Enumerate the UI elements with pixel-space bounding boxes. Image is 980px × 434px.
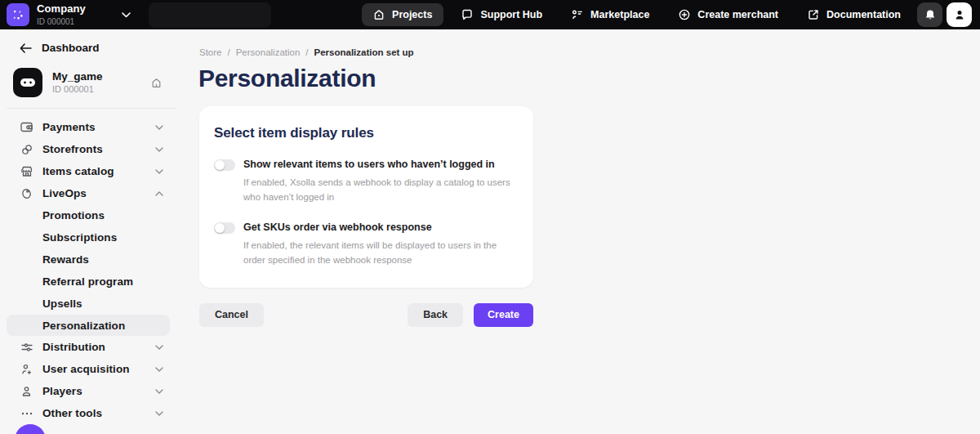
sidebar-item-label: Other tools xyxy=(42,407,102,419)
sidebar-item-personalization[interactable]: Personalization xyxy=(7,315,170,336)
topbar-placeholder-panel xyxy=(149,2,271,28)
topbar-nav: Projects Support Hub Marketplace Create … xyxy=(355,2,980,27)
storefront-icon xyxy=(20,166,33,177)
card-heading: Select item display rules xyxy=(214,125,514,141)
external-link-icon xyxy=(808,9,819,20)
chevron-down-icon xyxy=(155,125,163,130)
dashboard-label: Dashboard xyxy=(42,42,100,54)
sidebar-divider xyxy=(7,108,176,109)
toggle-knob xyxy=(215,223,225,233)
create-button[interactable]: Create xyxy=(474,303,533,327)
company-logo-icon xyxy=(11,7,25,22)
top-bar: Company ID 000001 Projects Support Hub M… xyxy=(0,0,980,29)
get-skus-order-toggle[interactable] xyxy=(214,222,235,234)
project-header: My_game ID 000001 xyxy=(13,68,162,97)
sidebar-item-referral-program[interactable]: Referral program xyxy=(0,271,176,293)
action-bar: Cancel Back Create xyxy=(199,303,533,327)
person-icon xyxy=(954,9,965,21)
toggle-text: Get SKUs order via webhook response If e… xyxy=(243,221,514,267)
sidebar-item-distribution[interactable]: Distribution xyxy=(0,336,176,358)
project-name: My_game xyxy=(52,70,103,83)
person-icon xyxy=(20,386,33,397)
breadcrumb-separator: / xyxy=(305,47,308,57)
nav-documentation-label: Documentation xyxy=(826,9,901,20)
display-rules-card: Select item display rules Show relevant … xyxy=(199,106,533,288)
tag-icon xyxy=(20,188,33,199)
toggle-label: Get SKUs order via webhook response xyxy=(243,221,514,233)
chevron-down-icon[interactable] xyxy=(122,12,131,18)
project-logo[interactable] xyxy=(13,68,42,97)
home-icon[interactable] xyxy=(151,78,162,88)
sliders-icon xyxy=(20,342,33,352)
project-info: My_game ID 000001 xyxy=(52,70,103,95)
company-selector[interactable]: Company ID 000001 xyxy=(37,3,86,25)
chevron-down-icon xyxy=(155,367,163,372)
nav-support-hub[interactable]: Support Hub xyxy=(450,3,554,26)
sidebar-item-promotions[interactable]: Promotions xyxy=(0,204,176,226)
toggle-row-skus-order: Get SKUs order via webhook response If e… xyxy=(214,221,514,267)
toggle-description: If enabled, the relevant items will be d… xyxy=(243,238,514,267)
sidebar: Dashboard My_game ID 000001 Payments S xyxy=(0,29,176,434)
sidebar-item-user-acquisition[interactable]: User acquisition xyxy=(0,358,176,380)
ellipsis-icon xyxy=(20,412,33,415)
show-relevant-items-toggle[interactable] xyxy=(214,159,235,171)
arrow-left-icon xyxy=(20,43,32,53)
home-icon xyxy=(373,9,385,20)
chevron-down-icon xyxy=(155,147,163,152)
sidebar-item-payments[interactable]: Payments xyxy=(0,116,176,138)
breadcrumb-personalization[interactable]: Personalization xyxy=(236,47,301,57)
chat-icon xyxy=(461,9,473,20)
list-icon xyxy=(572,9,583,20)
sidebar-item-subscriptions[interactable]: Subscriptions xyxy=(0,226,176,248)
sidebar-item-label: Items catalog xyxy=(42,165,114,177)
sidebar-item-label: Players xyxy=(42,385,82,397)
sidebar-item-players[interactable]: Players xyxy=(0,380,176,402)
breadcrumb: Store / Personalization / Personalizatio… xyxy=(199,47,980,57)
chevron-down-icon xyxy=(155,345,163,350)
company-name: Company xyxy=(37,3,86,15)
project-id: ID 000001 xyxy=(52,84,103,95)
nav-create-merchant[interactable]: Create merchant xyxy=(667,3,790,26)
sidebar-item-upsells[interactable]: Upsells xyxy=(0,293,176,315)
cancel-button[interactable]: Cancel xyxy=(199,303,264,327)
company-id: ID 000001 xyxy=(37,17,86,26)
toggle-label: Show relevant items to users who haven’t… xyxy=(243,159,514,170)
toggle-text: Show relevant items to users who haven’t… xyxy=(243,159,514,204)
sidebar-item-rewards[interactable]: Rewards xyxy=(0,248,176,271)
breadcrumb-separator: / xyxy=(228,47,230,57)
sidebar-item-storefronts[interactable]: Storefronts xyxy=(0,138,176,160)
sidebar-item-other-tools[interactable]: Other tools xyxy=(0,402,176,424)
toggle-row-relevant-items: Show relevant items to users who haven’t… xyxy=(214,159,514,204)
nav-documentation[interactable]: Documentation xyxy=(796,3,912,26)
chevron-down-icon xyxy=(155,411,163,416)
sidebar-item-label: Storefronts xyxy=(42,143,103,155)
nav-create-merchant-label: Create merchant xyxy=(697,9,778,20)
nav-projects-label: Projects xyxy=(392,9,432,20)
chevron-down-icon xyxy=(155,389,163,394)
user-plus-icon xyxy=(20,364,33,375)
bell-icon xyxy=(924,9,936,21)
link-icon xyxy=(20,144,33,155)
back-to-dashboard[interactable]: Dashboard xyxy=(20,42,176,54)
nav-marketplace[interactable]: Marketplace xyxy=(560,3,661,26)
company-logo[interactable] xyxy=(7,3,29,26)
main-content: Store / Personalization / Personalizatio… xyxy=(176,29,980,434)
sidebar-item-label: LiveOps xyxy=(42,187,87,199)
account-button[interactable] xyxy=(947,2,972,27)
notifications-button[interactable] xyxy=(917,2,942,27)
nav-projects[interactable]: Projects xyxy=(362,3,443,26)
sidebar-item-label: Distribution xyxy=(42,341,105,353)
nav-support-hub-label: Support Hub xyxy=(480,9,542,20)
sidebar-item-liveops[interactable]: LiveOps xyxy=(0,182,176,204)
back-button[interactable]: Back xyxy=(408,303,463,327)
breadcrumb-store[interactable]: Store xyxy=(199,47,222,57)
breadcrumb-current: Personalization set up xyxy=(314,47,414,57)
plus-circle-icon xyxy=(679,9,690,20)
nav-marketplace-label: Marketplace xyxy=(590,9,649,20)
sidebar-item-label: User acquisition xyxy=(42,363,130,375)
wallet-icon xyxy=(20,122,33,132)
toggle-description: If enabled, Xsolla sends a webhook to di… xyxy=(243,175,514,204)
chevron-up-icon xyxy=(155,191,163,196)
sidebar-item-items-catalog[interactable]: Items catalog xyxy=(0,160,176,182)
sidebar-item-label: Payments xyxy=(42,121,96,133)
